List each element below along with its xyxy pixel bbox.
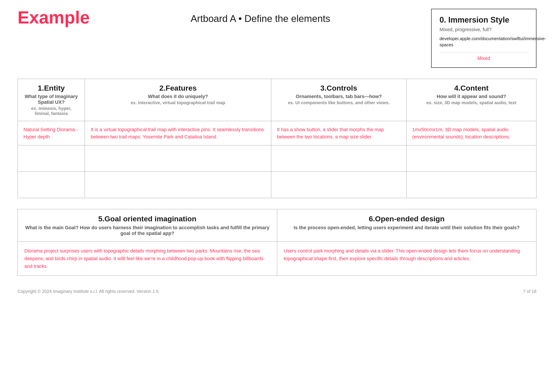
table-row-3: [18, 172, 536, 198]
row2-entity: [18, 146, 85, 172]
col-header-4: 4.Content How will it appear and sound? …: [406, 79, 536, 121]
table-row-2: [18, 146, 536, 172]
footer-copyright: Copyright © 2024 Imaginary Institute s.r…: [18, 289, 159, 294]
col-header-2: 2.Features What does it do uniquely? ex.…: [85, 79, 271, 121]
row1-controls: It has a show button, a slider that morp…: [271, 121, 406, 146]
row1-entity: Natural Setting Diorama - Hyper depth: [18, 121, 85, 146]
row2-content: [406, 146, 536, 172]
row3-entity: [18, 172, 85, 198]
row1-content: 1mx50cmx1m, 3D map models, spatial audio…: [406, 121, 536, 146]
page-header: Example Artboard A • Define the elements…: [18, 9, 536, 68]
logo: Example: [18, 9, 90, 26]
immersion-subtitle: Mixed, progressive, full?: [440, 27, 528, 33]
row2-features: [85, 146, 271, 172]
footer-page: 7 of 18: [523, 289, 536, 294]
row1-features: It is a virtual topographical trail map …: [85, 121, 271, 146]
bottom-col-header-6: 6.Open-ended design Is the process open-…: [277, 209, 536, 242]
col-header-1: 1.Entity What type of Imaginary Spatial …: [18, 79, 85, 121]
immersion-divider: [440, 52, 528, 52]
immersion-link: developer.apple.com/documentation/swiftu…: [440, 35, 528, 48]
immersion-title: 0. Immersion Style: [440, 15, 528, 25]
table-header-row: 1.Entity What type of Imaginary Spatial …: [18, 79, 536, 121]
immersion-value: Mixed: [440, 56, 528, 61]
immersion-box: 0. Immersion Style Mixed, progressive, f…: [431, 9, 536, 68]
bottom-col-header-5: 5.Goal oriented imagination What is the …: [18, 209, 277, 242]
header-title: Artboard A • Define the elements: [191, 13, 330, 24]
col-header-3: 3.Controls Ornaments, toolbars, tab bars…: [271, 79, 406, 121]
row3-content: [406, 172, 536, 198]
bottom-header-row: 5.Goal oriented imagination What is the …: [18, 209, 536, 242]
bottom-cell-5: Diorama project surprises users with top…: [18, 242, 277, 276]
row3-features: [85, 172, 271, 198]
main-table: 1.Entity What type of Imaginary Spatial …: [18, 79, 536, 198]
bottom-table: 5.Goal oriented imagination What is the …: [18, 209, 536, 276]
bottom-row-1: Diorama project surprises users with top…: [18, 242, 536, 276]
row3-controls: [271, 172, 406, 198]
table-row-1: Natural Setting Diorama - Hyper depth It…: [18, 121, 536, 146]
page-footer: Copyright © 2024 Imaginary Institute s.r…: [18, 289, 536, 294]
bottom-cell-6: Users control park morphing and details …: [277, 242, 536, 276]
row2-controls: [271, 146, 406, 172]
